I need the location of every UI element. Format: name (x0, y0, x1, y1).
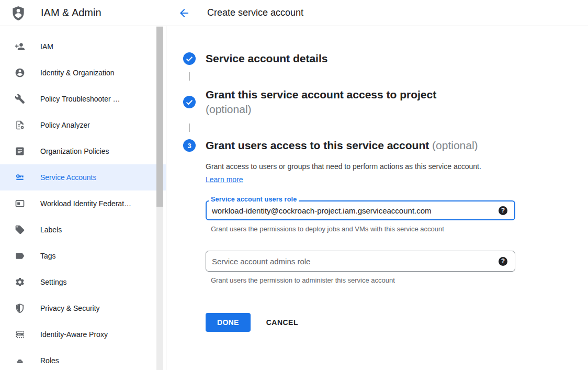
users-role-helper-text: Grant users the permissions to deploy jo… (211, 225, 515, 233)
wrench-icon (15, 94, 25, 104)
done-button[interactable]: DONE (206, 313, 251, 332)
label-tag-icon (15, 225, 25, 235)
stepper-connector (189, 124, 190, 132)
document-lines-icon (15, 146, 25, 156)
sidebar-item-policy-analyzer[interactable]: Policy Analyzer (0, 112, 166, 138)
top-bar: IAM & Admin Create service account (0, 0, 588, 26)
sidebar-item-labels[interactable]: Labels (0, 217, 166, 243)
sidebar-item-identity-organization[interactable]: Identity & Organization (0, 60, 166, 86)
sidebar-scrollbar-track[interactable] (156, 26, 163, 370)
product-header: IAM & Admin (0, 0, 166, 26)
step-1-title: Service account details (206, 52, 327, 65)
sidebar-item-organization-policies[interactable]: Organization Policies (0, 138, 166, 164)
iam-shield-icon (10, 5, 26, 21)
shield-half-icon (15, 303, 25, 313)
proxy-frame-icon (15, 329, 25, 340)
step-2[interactable]: Grant this service account access to pro… (183, 87, 588, 117)
sidebar-nav: IAM Identity & Organization Policy Troub… (0, 26, 166, 370)
step-2-title: Grant this service account access to pro… (206, 87, 436, 117)
sidebar-item-service-accounts[interactable]: Service Accounts (0, 164, 166, 190)
person-add-icon (15, 41, 25, 52)
sidebar-item-iam[interactable]: IAM (0, 33, 166, 60)
gear-icon (15, 277, 25, 287)
users-role-label: Service account users role (209, 196, 299, 203)
step-3-title: Grant users access to this service accou… (206, 139, 478, 152)
admins-role-helper-text: Grant users the permission to administer… (211, 276, 515, 284)
sidebar-item-tags[interactable]: Tags (0, 243, 166, 269)
step-3[interactable]: 3 Grant users access to this service acc… (183, 139, 588, 152)
sidebar-item-workload-identity-federation[interactable]: Workload Identity Federat… (0, 190, 166, 217)
tag-arrow-icon (15, 251, 25, 261)
document-gear-icon (15, 120, 25, 130)
step-complete-check-icon (183, 96, 196, 108)
main-content: Service account details Grant this servi… (166, 26, 588, 370)
sidebar-scrollbar-thumb[interactable] (156, 27, 163, 207)
sidebar: IAM Identity & Organization Policy Troub… (0, 26, 166, 370)
sidebar-item-settings[interactable]: Settings (0, 269, 166, 295)
account-circle-icon (15, 68, 25, 78)
admins-role-field: ? Grant users the permission to administ… (206, 251, 515, 284)
page-header: Create service account (166, 0, 588, 26)
service-account-key-icon (15, 172, 25, 183)
cancel-button[interactable]: CANCEL (266, 318, 298, 327)
learn-more-link[interactable]: Learn more (206, 175, 243, 184)
card-icon (15, 198, 25, 209)
users-role-field: Service account users role ? Grant users… (206, 200, 515, 233)
admins-role-input[interactable] (212, 257, 499, 266)
step-complete-check-icon (183, 52, 196, 65)
sidebar-item-roles[interactable]: Roles (0, 347, 166, 370)
sidebar-item-policy-troubleshooter[interactable]: Policy Troubleshooter … (0, 86, 166, 112)
sidebar-item-identity-aware-proxy[interactable]: Identity-Aware Proxy (0, 321, 166, 347)
help-icon[interactable]: ? (499, 206, 507, 215)
step-3-number-badge: 3 (183, 139, 196, 152)
back-arrow-icon[interactable] (178, 7, 190, 19)
step-1[interactable]: Service account details (183, 52, 588, 65)
stepper-connector (189, 72, 190, 81)
product-title: IAM & Admin (41, 7, 101, 19)
step-3-description: Grant access to users or groups that nee… (206, 160, 499, 186)
step-2-optional-label: (optional) (206, 103, 252, 115)
help-icon[interactable]: ? (499, 257, 507, 266)
users-role-input[interactable] (212, 206, 499, 215)
page-title: Create service account (207, 7, 303, 18)
form-actions: DONE CANCEL (206, 313, 588, 332)
hat-icon (15, 355, 25, 366)
step-3-optional-label: (optional) (432, 139, 478, 151)
sidebar-item-privacy-security[interactable]: Privacy & Security (0, 295, 166, 321)
